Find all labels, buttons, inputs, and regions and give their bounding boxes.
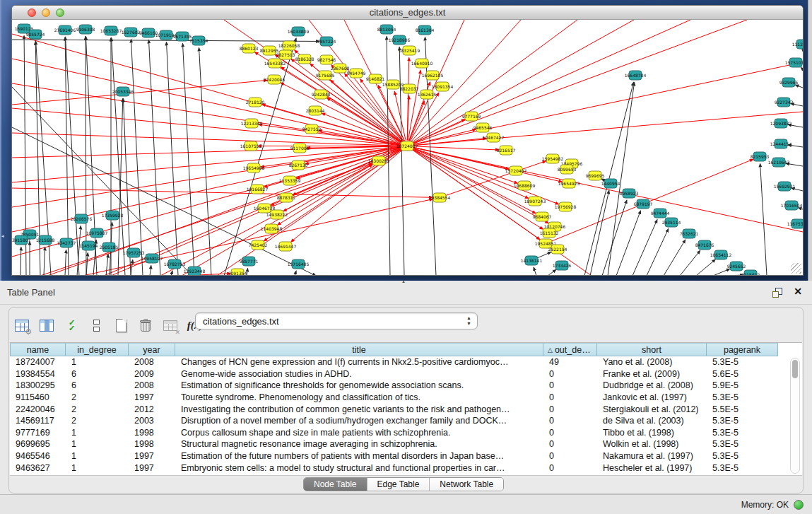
table-row[interactable]: 1938455462009Genome-wide association stu… xyxy=(10,368,802,380)
table-cell[interactable]: Corpus callosum shape and size in male p… xyxy=(175,428,543,438)
table-cell[interactable]: 1 xyxy=(66,463,129,473)
graph-edge[interactable] xyxy=(131,39,143,275)
graph-edge[interactable] xyxy=(65,250,66,275)
table-cell[interactable]: 22420046 xyxy=(10,404,66,414)
citation-network-graph[interactable]: 1872400718300295886012389129551822605898… xyxy=(12,20,803,275)
tab-network-table[interactable]: Network Table xyxy=(430,478,503,491)
table-cell[interactable]: 2003 xyxy=(129,416,175,426)
table-cell[interactable]: Investigating the contribution of common… xyxy=(175,404,543,414)
graph-edge[interactable] xyxy=(224,38,296,275)
table-cell[interactable]: 9463627 xyxy=(10,463,66,473)
table-cell[interactable]: Embryonic stem cells: a model to study s… xyxy=(175,463,543,473)
graph-edge[interactable] xyxy=(106,254,108,275)
memory-status-indicator[interactable] xyxy=(794,500,804,510)
table-cell[interactable]: Yano et al. (2008) xyxy=(597,357,707,367)
graph-edge[interactable] xyxy=(413,20,747,144)
graph-edge[interactable] xyxy=(20,247,21,275)
table-cell[interactable]: 14569117 xyxy=(10,416,66,426)
table-cell[interactable]: 1 xyxy=(66,451,129,461)
table-cell[interactable]: 1997 xyxy=(129,463,175,473)
table-cell[interactable]: 18300295 xyxy=(10,380,66,390)
graph-edge[interactable] xyxy=(664,240,686,275)
table-cell[interactable]: Tibbo et al. (1998) xyxy=(597,428,707,438)
graph-edge[interactable] xyxy=(696,259,715,275)
table-cell[interactable]: de Silva et al. (2003) xyxy=(597,416,707,426)
table-cell[interactable]: 6 xyxy=(66,380,129,390)
table-cell[interactable]: 1998 xyxy=(129,439,175,449)
tab-edge-table[interactable]: Edge Table xyxy=(367,478,430,491)
table-cell[interactable]: Genome-wide association studies in ADHD. xyxy=(175,369,543,379)
table-row[interactable]: 2242004622012Investigating the contribut… xyxy=(10,403,802,415)
graph-edge[interactable] xyxy=(713,269,730,275)
table-cell[interactable]: 2008 xyxy=(129,380,175,390)
table-cell[interactable]: 9699695 xyxy=(10,439,66,449)
table-cell[interactable]: 5.3E-5 xyxy=(707,463,778,473)
table-selector-dropdown[interactable]: citations_edges.txt ▲▼ xyxy=(195,313,478,329)
table-row[interactable]: 1456911722003Disruption of a novel membe… xyxy=(10,415,802,427)
graph-edge[interactable] xyxy=(536,252,551,258)
table-cell[interactable]: Disruption of a novel member of a sodium… xyxy=(175,416,543,426)
table-cell[interactable]: Nakamura et al. (1997) xyxy=(597,451,707,461)
splitter-collapse-icon[interactable]: ▲ xyxy=(401,279,406,284)
table-row[interactable]: 969969511998Structural magnetic resonanc… xyxy=(10,438,802,450)
table-cell[interactable]: 0 xyxy=(543,463,597,473)
tab-node-table[interactable]: Node Table xyxy=(304,478,367,491)
select-columns-icon[interactable]: ✓✓ xyxy=(63,317,80,334)
column-header-year[interactable]: year xyxy=(129,343,175,356)
table-cell[interactable]: Stergiakouli et al. (2012) xyxy=(597,404,707,414)
network-window[interactable]: citations_edges.txt 18724007183002958860… xyxy=(11,5,804,276)
table-cell[interactable]: Dudbridge et al. (2008) xyxy=(597,380,707,390)
table-cell[interactable]: Hescheler et al. (1997) xyxy=(597,463,707,473)
graph-edge[interactable] xyxy=(551,159,753,241)
table-row[interactable]: 946362711997Embryonic stem cells: a mode… xyxy=(10,462,802,474)
table-cell[interactable]: 5.3E-5 xyxy=(707,392,778,402)
table-cell[interactable]: 9115460 xyxy=(10,392,66,402)
graph-edge[interactable] xyxy=(413,146,499,150)
graph-edge[interactable] xyxy=(387,36,390,275)
table-cell[interactable]: 2 xyxy=(66,404,129,414)
graph-edge[interactable] xyxy=(12,80,267,105)
table-cell[interactable]: 2012 xyxy=(129,404,175,414)
table-cell[interactable]: 2 xyxy=(66,392,129,402)
column-header-title[interactable]: title xyxy=(175,343,543,356)
graph-edge[interactable] xyxy=(150,265,151,275)
table-row[interactable]: 1872400712008Changes of HCN gene express… xyxy=(10,356,802,368)
graph-edge[interactable] xyxy=(680,250,700,275)
table-cell[interactable]: 0 xyxy=(543,380,597,390)
close-panel-icon[interactable]: ✕ xyxy=(794,286,802,297)
table-row[interactable]: 911546021997Tourette syndrome. Phenomeno… xyxy=(10,392,802,404)
table-cell[interactable]: 0 xyxy=(543,428,597,438)
graph-edge[interactable] xyxy=(295,271,296,275)
show-column-icon[interactable] xyxy=(38,317,55,334)
graph-edge[interactable] xyxy=(801,67,803,69)
graph-edge[interactable] xyxy=(409,20,464,141)
graph-edge[interactable] xyxy=(413,147,803,232)
table-cell[interactable]: 0 xyxy=(543,404,597,414)
graph-edge[interactable] xyxy=(86,36,86,275)
table-cell[interactable]: 0 xyxy=(543,369,597,379)
table-cell[interactable]: 1997 xyxy=(129,392,175,402)
graph-edge[interactable] xyxy=(632,220,657,275)
table-cell[interactable]: 1 xyxy=(66,428,129,438)
graph-edge[interactable] xyxy=(760,163,767,275)
graph-edge[interactable] xyxy=(795,85,803,88)
table-cell[interactable]: 49 xyxy=(543,357,597,367)
table-cell[interactable]: Wolkin et al. (1998) xyxy=(597,439,707,449)
delete-column-icon[interactable] xyxy=(137,317,154,334)
network-window-titlebar[interactable]: citations_edges.txt xyxy=(12,6,803,20)
table-cell[interactable]: 5.9E-5 xyxy=(707,380,778,390)
graph-edge[interactable] xyxy=(166,42,178,275)
graph-edge[interactable] xyxy=(12,188,433,197)
row-height-icon[interactable] xyxy=(88,317,105,334)
table-cell[interactable]: 2009 xyxy=(129,369,175,379)
table-cell[interactable]: 0 xyxy=(543,416,597,426)
create-column-icon[interactable] xyxy=(112,317,129,334)
delete-table-icon[interactable]: ✕ xyxy=(162,317,179,334)
table-cell[interactable]: 9465546 xyxy=(10,451,66,461)
network-canvas[interactable]: 1872400718300295886012389129551822605898… xyxy=(12,20,803,275)
table-cell[interactable]: 5.3E-5 xyxy=(707,428,778,438)
table-cell[interactable]: 18724007 xyxy=(10,357,66,367)
window-resize-grip[interactable] xyxy=(791,263,801,274)
table-cell[interactable]: 2008 xyxy=(129,357,175,367)
table-mode-icon[interactable]: ⚙ xyxy=(13,317,30,334)
